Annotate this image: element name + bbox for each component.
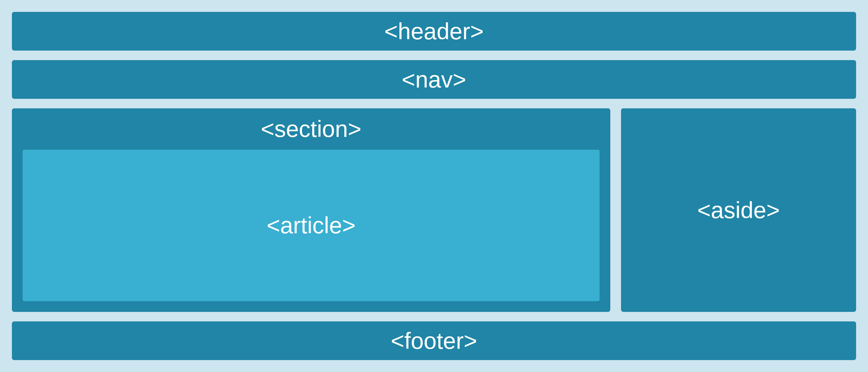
nav-label: <nav>: [402, 66, 466, 93]
section-label: <section>: [23, 116, 599, 143]
middle-row: <section> <article> <aside>: [12, 108, 856, 312]
article-label: <article>: [267, 212, 355, 239]
section-block: <section> <article>: [12, 108, 610, 312]
footer-label: <footer>: [391, 328, 477, 354]
header-block: <header>: [12, 12, 856, 51]
nav-block: <nav>: [12, 60, 856, 99]
article-block: <article>: [23, 150, 599, 301]
layout-diagram: <header> <nav> <section> <article> <asid…: [12, 12, 856, 360]
aside-block: <aside>: [621, 108, 856, 312]
header-label: <header>: [384, 18, 484, 45]
aside-label: <aside>: [697, 197, 780, 224]
footer-block: <footer>: [12, 321, 856, 360]
